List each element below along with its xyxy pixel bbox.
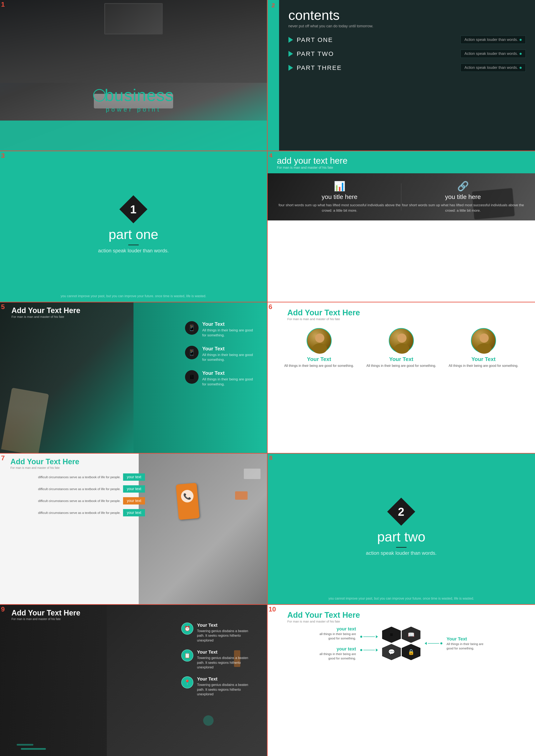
slide2-subtitle: never put off what you can do today unti…: [289, 24, 526, 28]
slide4-header: 4 add your text here For man is man and …: [268, 151, 535, 173]
slide-4: 4 add your text here For man is man and …: [268, 151, 535, 302]
slide5-item3-title: Your Text: [202, 370, 257, 376]
slide6-avatar-3: [471, 328, 496, 353]
slide-number-2: 2: [271, 3, 275, 8]
play-icon-3: [289, 65, 293, 71]
slide5-title: Add Your Text Here: [12, 306, 80, 315]
slide7-row-2: difficult circumstances serve as a textb…: [6, 485, 145, 492]
slide-number-4: 4: [269, 152, 273, 159]
app-decoration-2: [235, 491, 248, 500]
slide6-profile2-desc: All things in their being are good for s…: [363, 363, 439, 368]
slide9-text-3: Your Text Towering genius disdains a bea…: [197, 676, 256, 697]
slide5-items-list: 📱 Your Text All things in their being ar…: [185, 321, 257, 387]
slide6-avatar-1: [307, 328, 332, 353]
svg-point-1: [312, 343, 327, 354]
slide7-row4-text: difficult circumstances serve as a textb…: [6, 511, 121, 515]
slide1-title-area: business power point: [93, 86, 174, 113]
slide3-content: 1 part one action speak louder than word…: [98, 199, 169, 254]
slide5-list-item-1: 📱 Your Text All things in their being ar…: [185, 321, 257, 338]
slide8-diamond-badge: 2: [387, 498, 415, 525]
slide10-right-title: Your Text: [447, 636, 488, 642]
slide9-item2-title: Your Text: [197, 649, 256, 655]
slide-5: 5 Add Your Text Here For man is man and …: [0, 302, 268, 454]
slide6-header: Add Your Text Here For man is man and ma…: [287, 308, 526, 321]
hex-4: 🔒: [402, 644, 420, 660]
slide10-right-item: Your Text All things in their being are …: [447, 636, 488, 651]
slide9-list-item-3: 📍 Your Text Towering genius disdains a b…: [181, 676, 256, 697]
slide8-badge-num: 2: [398, 505, 405, 518]
slide4-icon-1: 📊: [278, 181, 401, 192]
slide3-underline: [128, 245, 139, 245]
teal-dot-2: [520, 53, 521, 55]
slide7-tag-4: your text: [123, 509, 145, 517]
slide6-subtitle: For man is man and master of his fate: [287, 317, 526, 321]
slide4-subtitle: For man is man and master of his fate: [277, 166, 526, 170]
phone-orange-decoration: 📞: [176, 483, 199, 520]
slide2-parts-list: PART ONE Action speak louder than words.…: [289, 36, 526, 72]
slide5-text-2: Your Text All things in their being are …: [202, 346, 257, 362]
slide10-title: Add Your Text Here: [287, 611, 526, 620]
slide6-title: Add Your Text Here: [287, 308, 526, 317]
slide4-title: add your text here: [277, 156, 526, 166]
slide10-left1-title: your text: [314, 626, 356, 632]
slide4-items-area: 📊 you title here four short words sum up…: [268, 173, 535, 220]
circle-o-icon: [93, 89, 105, 101]
slide10-arrow-line-1: [360, 635, 378, 638]
slide-9: 9 Add Your Text Here For man is man and …: [0, 605, 268, 756]
slide4-item2-desc: four short words sum up what has lifted …: [401, 203, 524, 213]
slide6-profile1-title: Your Text: [281, 356, 357, 362]
slide7-title: Add Your Text Here: [11, 457, 79, 466]
slide1-subtitle: power point: [93, 106, 174, 113]
hex-3: 💬: [382, 644, 401, 660]
arrow-dot-3: [440, 642, 442, 644]
slide5-item3-desc: All things in their being are good for s…: [202, 377, 257, 387]
slide10-right-desc: All things in their being are good for s…: [447, 642, 488, 651]
slide10-left-arrows: [360, 635, 378, 652]
slide-3: 3 1 part one action speak louder than wo…: [0, 151, 268, 302]
slide6-profiles-row: Your Text All things in their being are …: [277, 326, 526, 370]
slide10-left-item-1: your text all things in their being are …: [314, 626, 356, 640]
arrow-head-2: [376, 649, 378, 652]
arrow-dot-2: [360, 649, 362, 651]
slide10-left-item-2: your text all things in their being are …: [314, 646, 356, 660]
slide3-footer: you cannot improve your past, but you ca…: [61, 294, 206, 298]
play-icon-2: [289, 51, 293, 57]
slide6-profile1-desc: All things in their being are good for s…: [281, 363, 357, 368]
slide9-icon-2: 📋: [181, 649, 193, 661]
slide10-left2-title: your text: [314, 646, 356, 652]
slide5-header: Add Your Text Here For man is man and ma…: [12, 306, 80, 319]
slide2-action-box-2: Action speak louder than words.: [461, 50, 526, 58]
slide6-profile-1: Your Text All things in their being are …: [281, 328, 357, 368]
teal-accent-2: [17, 744, 33, 745]
slide-2: 2 contents never put off what you can do…: [268, 0, 535, 151]
hex-1: ≡: [382, 627, 401, 643]
slide7-tag-2: your text: [123, 485, 145, 492]
svg-point-2: [397, 333, 407, 343]
slide7-row-4: difficult circumstances serve as a textb…: [6, 509, 145, 517]
teal-dot-3: [520, 67, 521, 69]
wire-decoration-1: [203, 715, 213, 726]
slide6-profile2-title: Your Text: [363, 356, 439, 362]
slide1-title-row: business: [93, 86, 174, 105]
slide2-content-area: contents never put off what you can do t…: [279, 0, 535, 151]
slide7-row3-text: difficult circumstances serve as a textb…: [6, 499, 121, 503]
slide8-underline: [396, 547, 407, 548]
slide6-profile-3: Your Text All things in their being are …: [445, 328, 521, 368]
slide9-icon-3: 📍: [181, 676, 193, 688]
slide2-teal-bar: 2: [268, 0, 279, 151]
slide10-arrow-line-2: [360, 649, 378, 652]
slide10-hex-row-bottom: 💬 🔒: [382, 644, 420, 660]
slide2-part-row-1: PART ONE Action speak louder than words.: [289, 36, 526, 44]
slide9-list-item-2: 📋 Your Text Towering genius disdains a b…: [181, 649, 256, 670]
slide2-part2-text: PART TWO: [297, 50, 334, 57]
slide-1: 1 business power point: [0, 0, 268, 151]
monitor-decoration: [104, 3, 163, 34]
slide3-diamond-badge: 1: [120, 195, 148, 223]
slide9-header: Add Your Text Here For man is man and ma…: [12, 608, 80, 621]
slide10-header: Add Your Text Here For man is man and ma…: [287, 611, 526, 623]
slide8-desc: action speak louder than words.: [366, 550, 436, 556]
slide-number-3: 3: [1, 152, 5, 159]
arrow-connector-2: [363, 650, 375, 650]
slide9-items-list: ⏰ Your Text Towering genius disdains a b…: [181, 623, 256, 697]
slide2-part-label-3: PART THREE: [289, 64, 342, 71]
